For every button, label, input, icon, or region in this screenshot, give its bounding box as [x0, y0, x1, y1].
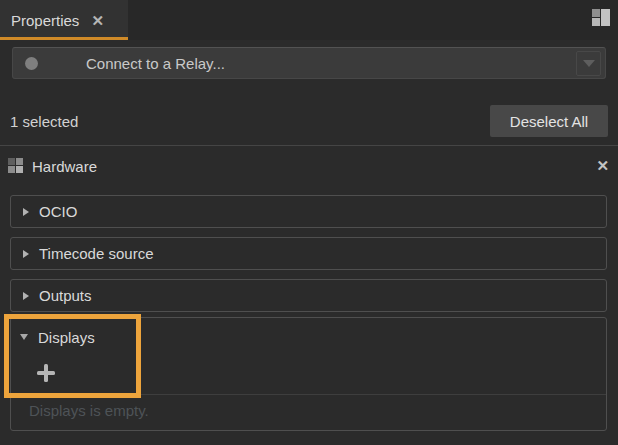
layout-icon-cell	[601, 9, 610, 26]
relay-dropdown[interactable]: Connect to a Relay...	[12, 47, 606, 79]
selection-bar: 1 selected Deselect All	[10, 105, 608, 137]
section-timecode-source[interactable]: Timecode source	[10, 237, 607, 270]
active-tab-underline	[0, 37, 128, 40]
plus-icon	[33, 360, 59, 386]
chevron-right-icon	[23, 292, 29, 300]
selection-count: 1 selected	[10, 113, 78, 130]
panel-layout-icon[interactable]	[592, 9, 611, 27]
tab-label: Properties	[11, 12, 79, 29]
hardware-icon	[8, 158, 24, 174]
displays-list-divider	[11, 394, 606, 395]
section-label: OCIO	[39, 203, 77, 220]
properties-panel: Properties ✕ Connect to a Relay... 1 sel…	[0, 0, 618, 445]
editor-title: Hardware	[32, 158, 97, 175]
section-outputs[interactable]: Outputs	[10, 279, 607, 312]
chevron-down-icon	[583, 60, 595, 67]
relay-dropdown-label: Connect to a Relay...	[86, 55, 225, 72]
layout-icon-cell	[592, 9, 600, 17]
chevron-right-icon	[23, 250, 29, 258]
section-displays-header[interactable]: Displays	[11, 324, 95, 350]
displays-empty-message: Displays is empty.	[29, 402, 149, 419]
section-ocio[interactable]: OCIO	[10, 195, 607, 228]
tab-close-icon[interactable]: ✕	[91, 13, 104, 28]
section-label: Displays	[38, 329, 95, 346]
editor-close-icon[interactable]: ✕	[596, 158, 609, 173]
layout-icon-cell	[592, 18, 600, 26]
section-label: Outputs	[39, 287, 92, 304]
tab-bar: Properties ✕	[0, 0, 618, 40]
tab-properties[interactable]: Properties ✕	[0, 0, 128, 40]
add-display-button[interactable]	[33, 360, 59, 386]
chevron-down-icon	[20, 334, 28, 340]
editor-header: Hardware ✕	[0, 146, 618, 186]
dropdown-caret-button[interactable]	[576, 51, 601, 76]
status-dot-icon	[25, 57, 38, 70]
section-displays: Displays Displays is empty.	[10, 317, 607, 431]
chevron-right-icon	[23, 208, 29, 216]
deselect-all-button[interactable]: Deselect All	[490, 105, 608, 137]
section-label: Timecode source	[39, 245, 154, 262]
